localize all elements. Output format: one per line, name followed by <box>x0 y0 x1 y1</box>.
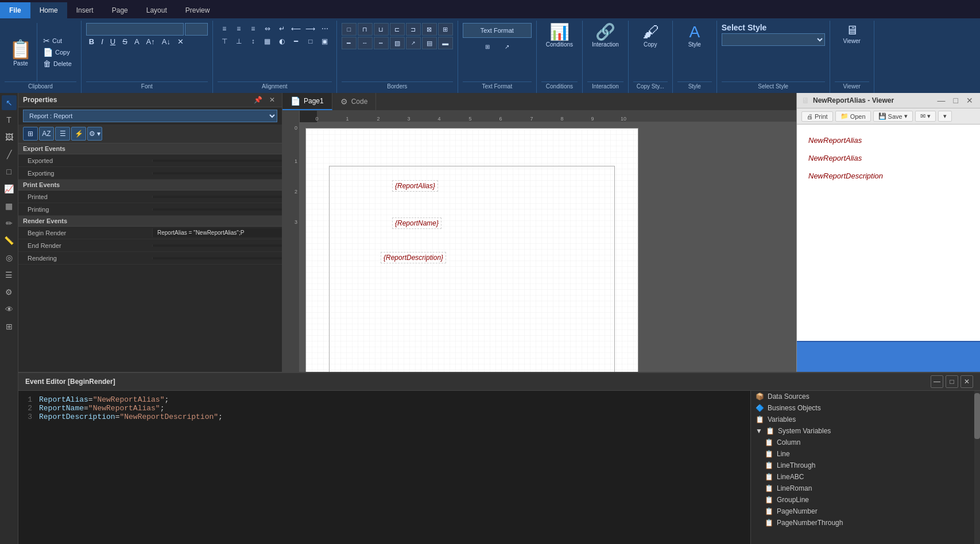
border-none[interactable]: ⊠ <box>422 23 437 36</box>
gradient-btn[interactable]: ◐ <box>275 36 289 47</box>
indent-left[interactable]: ⟵ <box>289 23 303 34</box>
paste-button[interactable]: 📋 Paste <box>5 23 37 81</box>
border-bold[interactable]: ▬ <box>438 37 453 49</box>
border-box[interactable]: □ <box>342 23 357 36</box>
viewer-close[interactable]: ✕ <box>964 95 975 106</box>
align-right-top[interactable]: ≡ <box>246 23 260 34</box>
sidebar-icon-settings[interactable]: ⚙ <box>2 285 17 300</box>
properties-dropdown[interactable]: Report : Report <box>23 110 277 122</box>
ds-data-sources[interactable]: 📦 Data Sources <box>751 391 974 402</box>
ds-line-roman[interactable]: 📋 LineRoman <box>751 483 974 494</box>
sidebar-icon-pointer[interactable]: ↖ <box>2 95 17 110</box>
tab-file[interactable]: File <box>0 2 30 18</box>
prop-toolbar-list[interactable]: ☰ <box>55 127 70 141</box>
border-fill[interactable]: ▧ <box>390 37 405 49</box>
strikethrough-button[interactable]: S <box>119 37 130 46</box>
align-left-top[interactable]: ≡ <box>218 23 231 34</box>
border-style3[interactable]: ┅ <box>374 37 389 49</box>
conditions-button[interactable]: 📊 Conditions <box>541 23 578 49</box>
prop-toolbar-grid[interactable]: ⊞ <box>23 127 38 141</box>
properties-pin-button[interactable]: 📌 <box>251 95 265 104</box>
style-button[interactable]: A Style <box>677 23 712 49</box>
viewer-minimize[interactable]: — <box>935 95 948 106</box>
tf-btn1[interactable]: ⊞ <box>479 40 496 53</box>
sidebar-icon-ruler[interactable]: 📏 <box>2 233 17 248</box>
viewer-save-button[interactable]: 💾 Save ▾ <box>873 111 913 122</box>
select-style-dropdown[interactable] <box>722 33 825 46</box>
report-alias-field[interactable]: {ReportAlias} <box>392 180 438 192</box>
sidebar-icon-pen[interactable]: ✏ <box>2 216 17 231</box>
sidebar-icon-line[interactable]: ╱ <box>2 147 17 162</box>
ds-line[interactable]: 📋 Line <box>751 448 974 460</box>
viewer-print-button[interactable]: 🖨 Print <box>801 111 833 122</box>
tab-insert[interactable]: Insert <box>67 2 103 18</box>
box-shadow[interactable]: ▣ <box>318 36 332 47</box>
sidebar-icon-shapes[interactable]: □ <box>2 164 17 179</box>
viewer-open-button[interactable]: 📁 Open <box>835 111 871 122</box>
cut-button[interactable]: ✂ Cut <box>41 36 74 46</box>
ds-scrollbar-thumb[interactable] <box>974 393 980 439</box>
print-events-header[interactable]: Print Events <box>18 180 282 191</box>
italic-button[interactable]: I <box>98 37 106 46</box>
border-left[interactable]: ⊏ <box>390 23 405 36</box>
sidebar-icon-chart[interactable]: 📈 <box>2 181 17 196</box>
tf-btn2[interactable]: ↗ <box>498 40 516 53</box>
tab-preview[interactable]: Preview <box>176 2 219 18</box>
interaction-button[interactable]: 🔗 Interaction <box>587 23 623 49</box>
properties-close-button[interactable]: ✕ <box>267 95 277 104</box>
ds-page-number[interactable]: 📋 PageNumber <box>751 506 974 517</box>
event-close-button[interactable]: ✕ <box>960 375 973 388</box>
font-size-input[interactable] <box>185 23 208 36</box>
render-events-header[interactable]: Render Events <box>18 216 282 227</box>
sidebar-icon-image[interactable]: 🖼 <box>2 130 17 145</box>
delete-button[interactable]: 🗑 Delete <box>41 59 74 69</box>
font-grow-button[interactable]: A↑ <box>144 37 158 46</box>
word-wrap[interactable]: ↵ <box>275 23 289 34</box>
sidebar-icon-circle[interactable]: ◎ <box>2 250 17 265</box>
tab-layout[interactable]: Layout <box>137 2 176 18</box>
valign-bot[interactable]: ↕ <box>246 36 260 47</box>
viewer-email-button[interactable]: ✉ ▾ <box>915 111 936 122</box>
align-center-top[interactable]: ≡ <box>232 23 246 34</box>
copy-button[interactable]: 📄 Copy <box>41 47 74 57</box>
ds-variables[interactable]: 📋 Variables <box>751 414 974 425</box>
font-color-button[interactable]: A <box>131 37 142 46</box>
font-family-input[interactable] <box>86 23 184 36</box>
underline-button[interactable]: U <box>107 37 118 46</box>
prop-toolbar-az[interactable]: AZ <box>39 127 54 141</box>
sidebar-icon-eye[interactable]: 👁 <box>2 302 17 317</box>
tab-home[interactable]: Home <box>30 2 67 18</box>
clear-format-button[interactable]: ✕ <box>175 37 187 46</box>
ds-line-abc[interactable]: 📋 LineABC <box>751 471 974 483</box>
viewer-more-button[interactable]: ▾ <box>938 111 952 122</box>
bold-button[interactable]: B <box>86 37 97 46</box>
font-shrink-button[interactable]: A↓ <box>159 37 173 46</box>
viewer-button[interactable]: 🖥 Viewer <box>835 23 869 45</box>
border-top[interactable]: ⊓ <box>358 23 373 36</box>
code-editor[interactable]: 1 ReportAlias = "NewReportAlias" ; 2 Rep… <box>18 391 750 544</box>
event-minimize-button[interactable]: — <box>931 375 943 388</box>
tab-page[interactable]: Page <box>103 2 137 18</box>
event-maximize-button[interactable]: □ <box>946 375 958 388</box>
sidebar-icon-table[interactable]: ▦ <box>2 199 17 213</box>
valign-mid[interactable]: ⊥ <box>232 36 246 47</box>
text-format-button[interactable]: Text Format <box>463 23 532 38</box>
prop-toolbar-event[interactable]: ⚡ <box>71 127 86 141</box>
line-color[interactable]: ━ <box>289 36 303 47</box>
sidebar-icon-data[interactable]: ☰ <box>2 267 17 282</box>
border-color[interactable]: ↗ <box>406 37 421 49</box>
export-events-header[interactable]: Export Events <box>18 143 282 154</box>
border-right[interactable]: ⊐ <box>406 23 421 36</box>
tab-code[interactable]: ⚙ Code <box>332 93 377 110</box>
box-border[interactable]: □ <box>304 36 317 47</box>
ds-business-objects[interactable]: 🔷 Business Objects <box>751 402 974 414</box>
border-style1[interactable]: ━ <box>342 37 357 49</box>
align-more[interactable]: ⋯ <box>318 23 332 34</box>
sidebar-icon-label[interactable]: T <box>2 112 17 127</box>
border-shade[interactable]: ▤ <box>422 37 437 49</box>
prop-toolbar-settings[interactable]: ⚙ ▾ <box>87 127 102 141</box>
report-desc-field[interactable]: {ReportDescription} <box>381 252 446 263</box>
report-name-field[interactable]: {ReportName} <box>392 217 441 229</box>
border-mid[interactable]: ⊔ <box>374 23 389 36</box>
border-style2[interactable]: ╌ <box>358 37 373 49</box>
